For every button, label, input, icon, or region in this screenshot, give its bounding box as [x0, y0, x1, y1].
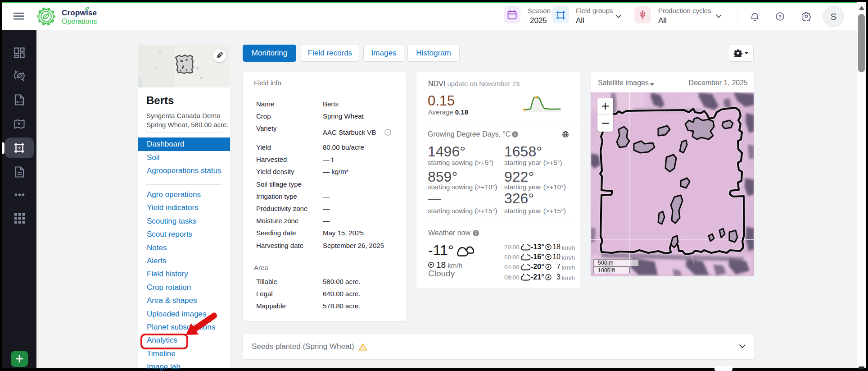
- svg-text:?: ?: [778, 14, 782, 19]
- svg-text:500 m: 500 m: [598, 260, 614, 266]
- svg-text:1000 ft: 1000 ft: [598, 267, 615, 274]
- svg-text:XLS: XLS: [16, 100, 23, 104]
